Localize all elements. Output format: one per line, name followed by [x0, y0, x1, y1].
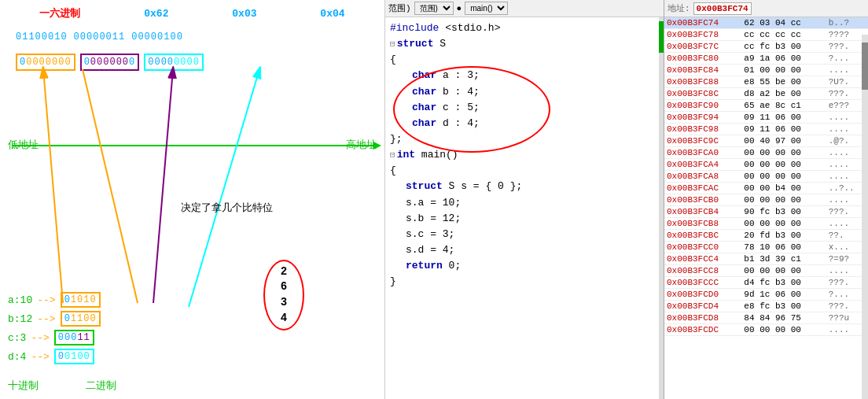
code-struct-s: struct S s = { 0 }; — [406, 179, 659, 194]
bv-bits-c: 00011 — [54, 330, 94, 345]
scope-select[interactable]: 范围) — [414, 2, 454, 15]
memory-table-container: 0x00B3FC7462 03 04 ccb..?0x00B3FC78cc cc… — [664, 17, 868, 399]
bit-box-3: 00000000 — [144, 54, 204, 71]
memory-row: 0x00B3FCD09d 1c 06 00?... — [664, 289, 868, 301]
mem-bytes-cell: 01 00 00 00 — [741, 65, 826, 76]
mem-addr-cell: 0x00B3FCC0 — [664, 242, 741, 253]
mem-ascii-cell: b..? — [826, 17, 868, 29]
mem-addr-cell: 0x00B3FCCC — [664, 277, 741, 289]
bv-row-b: b:12 --> 01100 — [8, 311, 101, 327]
bottom-values: a:10 --> 01010 b:12 --> 01100 c:3 --> 00… — [8, 292, 101, 368]
code-main-decl: ⊟ int main() — [390, 147, 659, 163]
high-addr-label: 高地址 — [346, 138, 377, 152]
memory-table: 0x00B3FC7462 03 04 ccb..?0x00B3FC78cc cc… — [664, 17, 868, 336]
code-sd: s.d = 4; — [406, 242, 659, 258]
mem-bytes-cell: 09 11 06 00 — [741, 112, 826, 124]
binary-val-1: 01100010 — [16, 31, 68, 42]
bv-label-d: d:4 — [8, 351, 26, 363]
func-select[interactable]: main() — [465, 2, 508, 15]
bv-arrow-a: --> — [37, 294, 55, 306]
memory-row: 0x00B3FCB800 00 00 00.... — [664, 218, 868, 230]
memory-row: 0x00B3FC8Cd8 a2 be 00???. — [664, 88, 868, 100]
circle-num-6: 6 — [281, 280, 287, 293]
circle-num-3: 3 — [281, 296, 287, 308]
svg-line-4 — [189, 69, 259, 307]
addr-labels: 低地址 高地址 — [8, 138, 377, 152]
bv-row-c: c:3 --> 00011 — [8, 330, 101, 345]
memory-row: 0x00B3FC88e8 55 be 00?U?. — [664, 76, 868, 88]
memory-scrollbar-thumb — [862, 42, 868, 90]
binary-val-3: 00000100 — [131, 31, 183, 42]
low-addr-label: 低地址 — [8, 138, 39, 152]
code-main-close: } — [390, 274, 659, 290]
mem-bytes-cell: a9 1a 06 00 — [741, 53, 826, 65]
field-c: char c : 5; — [412, 100, 659, 116]
mem-addr-cell: 0x00B3FC78 — [664, 29, 741, 41]
expand-icon[interactable]: ⊟ — [390, 38, 395, 51]
mem-bytes-cell: b1 3d 39 c1 — [741, 253, 826, 265]
binary-label: 二进制 — [86, 379, 116, 393]
mem-bytes-cell: 09 11 06 00 — [741, 124, 826, 135]
mem-addr-cell: 0x00B3FC74 — [664, 17, 741, 29]
mem-addr-cell: 0x00B3FCDC — [664, 324, 741, 336]
field-d: char d : 4; — [412, 116, 659, 131]
memory-row: 0x00B3FCA400 00 00 00.... — [664, 159, 868, 171]
bv-bits-b: 01100 — [61, 311, 101, 327]
code-struct-decl: ⊟ struct S — [390, 36, 659, 52]
memory-row: 0x00B3FC80a9 1a 06 00?... — [664, 53, 868, 65]
mem-addr-cell: 0x00B3FC8C — [664, 88, 741, 100]
memory-row: 0x00B3FC9409 11 06 00.... — [664, 112, 868, 124]
toolbar-scope: 范围) — [388, 2, 411, 14]
addr-value: 0x00B3FC74 — [693, 2, 752, 15]
memory-row: 0x00B3FCCCd4 fc b3 00???. — [664, 277, 868, 289]
memory-row: 0x00B3FC78cc cc cc cc???? — [664, 29, 868, 41]
hex-val-2: 0x03 — [232, 8, 256, 20]
bv-arrow-d: --> — [31, 351, 49, 363]
mem-addr-cell: 0x00B3FC80 — [664, 53, 741, 65]
svg-line-2 — [43, 69, 63, 303]
right-panel: 地址: 0x00B3FC74 0x00B3FC7462 03 04 ccb..?… — [664, 0, 868, 399]
decimal-label: 十进制 — [8, 379, 39, 393]
mem-bytes-cell: 00 00 00 00 — [741, 218, 826, 230]
bv-bits-a: 01010 — [61, 292, 101, 308]
mem-addr-cell: 0x00B3FC94 — [664, 112, 741, 124]
circle-num-2: 2 — [281, 265, 287, 278]
mem-addr-cell: 0x00B3FC98 — [664, 124, 741, 135]
bit-box-1: 00000000 — [16, 54, 75, 71]
memory-row: 0x00B3FC9C00 40 97 00.@?. — [664, 135, 868, 147]
mem-addr-cell: 0x00B3FC90 — [664, 100, 741, 112]
memory-row: 0x00B3FCB000 00 00 00.... — [664, 194, 868, 206]
mem-addr-cell: 0x00B3FCD0 — [664, 289, 741, 301]
bv-arrow-c: --> — [31, 332, 49, 344]
memory-scrollbar[interactable] — [862, 35, 868, 399]
mem-addr-cell: 0x00B3FCA8 — [664, 171, 741, 183]
mem-bytes-cell: 84 84 96 75 — [741, 312, 826, 324]
mem-addr-cell: 0x00B3FCB8 — [664, 218, 741, 230]
bv-arrow-b: --> — [37, 313, 55, 325]
memory-row: 0x00B3FCC800 00 00 00.... — [664, 265, 868, 277]
mem-bytes-cell: 90 fc b3 00 — [741, 206, 826, 218]
mem-bytes-cell: 00 00 00 00 — [741, 171, 826, 183]
memory-toolbar: 地址: 0x00B3FC74 — [664, 0, 868, 17]
code-sa: s.a = 10; — [406, 195, 659, 211]
code-sc: s.c = 3; — [406, 227, 659, 242]
code-main-open: { — [390, 163, 659, 179]
bv-row-a: a:10 --> 01010 — [8, 292, 101, 308]
mem-bytes-cell: 00 40 97 00 — [741, 135, 826, 147]
svg-line-5 — [83, 69, 138, 303]
bv-label-a: a:10 — [8, 294, 32, 306]
bv-label-b: b:12 — [8, 313, 32, 325]
struct-fields: char a : 3; char b : 4; char c : 5; char… — [396, 68, 659, 131]
memory-row: 0x00B3FCAC00 00 b4 00..?.. — [664, 183, 868, 194]
bv-bits-d: 00100 — [54, 349, 94, 364]
code-scrollbar[interactable] — [659, 17, 664, 399]
mem-bytes-cell: 9d 1c 06 00 — [741, 289, 826, 301]
expand-main-icon[interactable]: ⊟ — [390, 149, 395, 162]
mem-bytes-cell: 00 00 00 00 — [741, 265, 826, 277]
hex-val-3: 0x04 — [320, 8, 344, 20]
bv-row-d: d:4 --> 00100 — [8, 349, 101, 364]
mem-bytes-cell: e8 fc b3 00 — [741, 301, 826, 312]
middle-panel: 范围) 范围) ● main() #include <stdio.h> ⊟ st… — [385, 0, 664, 399]
memory-row: 0x00B3FC7Ccc fc b3 00???. — [664, 41, 868, 53]
mem-bytes-cell: 00 00 00 00 — [741, 159, 826, 171]
